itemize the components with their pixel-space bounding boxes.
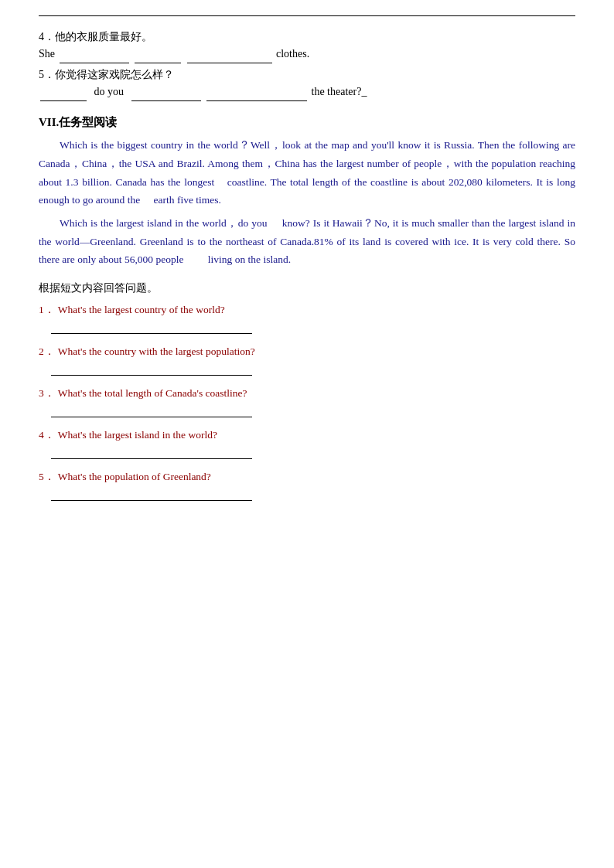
question-label-5: What's the population of Greenland? xyxy=(58,471,211,482)
item5-blank1[interactable] xyxy=(40,89,87,101)
item5-blank2[interactable] xyxy=(131,89,201,101)
answer-line-1[interactable] xyxy=(51,320,252,334)
top-divider xyxy=(39,15,575,16)
question-item-2: 2．What's the country with the largest po… xyxy=(39,345,575,376)
item5-do-you: do you xyxy=(94,86,125,97)
question-label-1: What's the largest country of the world? xyxy=(58,304,225,315)
passage-p1: Which is the biggest country in the worl… xyxy=(39,136,575,209)
answer-line-2[interactable] xyxy=(51,362,252,376)
questions-section: 根据短文内容回答问题。 1．What's the largest country… xyxy=(39,281,575,501)
passage-container: Which is the biggest country in the worl… xyxy=(39,136,575,268)
question-number-5: 5． xyxy=(39,471,55,482)
question-number-4: 4． xyxy=(39,429,55,441)
section-vii-title: VII.任务型阅读 xyxy=(39,115,575,130)
item4-container: 4．他的衣服质量最好。 She clothes. xyxy=(39,30,575,63)
question-item-3: 3．What's the total length of Canada's co… xyxy=(39,386,575,417)
question-number-1: 1． xyxy=(39,304,55,315)
question-text-3: 3．What's the total length of Canada's co… xyxy=(39,386,575,400)
question-label-3: What's the total length of Canada's coas… xyxy=(58,387,247,399)
item5-chinese: 5．你觉得这家戏院怎么样？ xyxy=(39,68,575,82)
answer-line-3[interactable] xyxy=(51,403,252,417)
question-item-5: 5．What's the population of Greenland? xyxy=(39,470,575,501)
item4-blank1[interactable] xyxy=(60,51,129,63)
questions-label: 根据短文内容回答问题。 xyxy=(39,281,575,295)
item4-blank3[interactable] xyxy=(187,51,272,63)
question-item-1: 1．What's the largest country of the worl… xyxy=(39,303,575,334)
question-text-5: 5．What's the population of Greenland? xyxy=(39,470,575,484)
questions-list: 1．What's the largest country of the worl… xyxy=(39,303,575,501)
question-label-4: What's the largest island in the world? xyxy=(58,429,217,441)
question-item-4: 4．What's the largest island in the world… xyxy=(39,428,575,459)
question-number-2: 2． xyxy=(39,345,55,357)
item5-end: the theater?_ xyxy=(312,86,367,97)
item5-blank3[interactable] xyxy=(206,89,307,101)
item4-chinese: 4．他的衣服质量最好。 xyxy=(39,30,575,44)
item5-container: 5．你觉得这家戏院怎么样？ do you the theater?_ xyxy=(39,68,575,101)
question-text-1: 1．What's the largest country of the worl… xyxy=(39,303,575,317)
question-text-4: 4．What's the largest island in the world… xyxy=(39,428,575,442)
item4-she: She xyxy=(39,48,55,60)
question-number-3: 3． xyxy=(39,387,55,399)
answer-line-5[interactable] xyxy=(51,487,252,501)
question-text-2: 2．What's the country with the largest po… xyxy=(39,345,575,359)
item4-end: clothes. xyxy=(276,48,309,60)
item4-sentence: She clothes. xyxy=(39,44,575,63)
question-label-2: What's the country with the largest popu… xyxy=(58,345,255,357)
item4-blank2[interactable] xyxy=(135,51,181,63)
section-vii-container: VII.任务型阅读 Which is the biggest country i… xyxy=(39,115,575,268)
passage-p2: Which is the largest island in the world… xyxy=(39,214,575,269)
item5-sentence: do you the theater?_ xyxy=(39,82,575,101)
answer-line-4[interactable] xyxy=(51,445,252,459)
